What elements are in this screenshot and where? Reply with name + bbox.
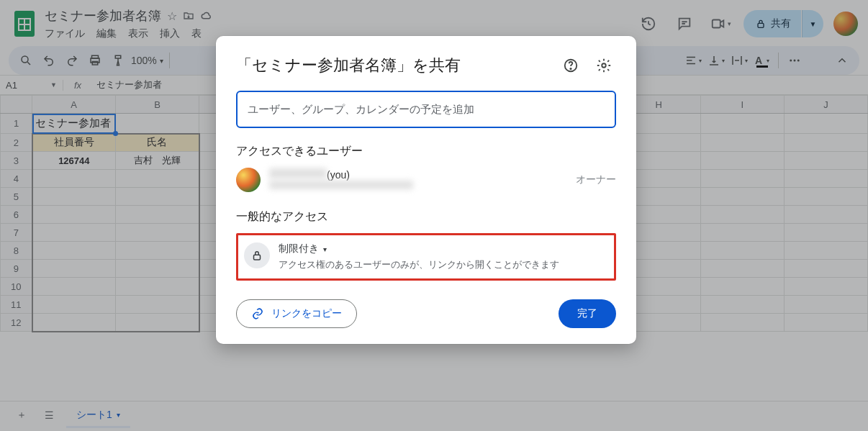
owner-name: (you) [269, 168, 567, 181]
svg-rect-12 [254, 255, 261, 260]
dialog-title: 「セミナー参加者名簿」を共有 [236, 55, 550, 76]
access-users-label: アクセスできるユーザー [236, 144, 616, 159]
access-level-dropdown[interactable]: 制限付き ▾ [279, 242, 559, 255]
help-icon[interactable] [559, 53, 583, 78]
svg-point-11 [602, 63, 606, 68]
share-input[interactable]: ユーザー、グループ、カレンダーの予定を追加 [236, 91, 616, 128]
general-access-box: 制限付き ▾ アクセス権のあるユーザーのみが、リンクから開くことができます [236, 233, 616, 281]
done-button[interactable]: 完了 [559, 299, 616, 328]
general-access-label: 一般的なアクセス [236, 209, 616, 224]
lock-icon [244, 242, 270, 268]
copy-link-button[interactable]: リンクをコピー [236, 299, 357, 328]
owner-row: (you) オーナー [236, 168, 616, 192]
owner-email [269, 181, 567, 191]
access-description: アクセス権のあるユーザーのみが、リンクから開くことができます [279, 258, 559, 271]
svg-point-10 [570, 68, 571, 69]
gear-icon[interactable] [592, 53, 616, 78]
share-dialog: 「セミナー参加者名簿」を共有 ユーザー、グループ、カレンダーの予定を追加 アクセ… [216, 36, 636, 344]
owner-avatar [236, 168, 261, 192]
owner-role: オーナー [576, 173, 616, 186]
